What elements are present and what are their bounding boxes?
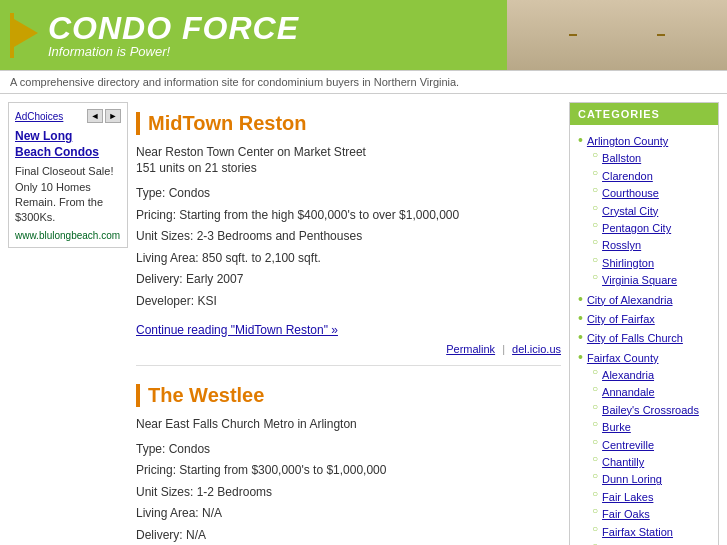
category-item-14[interactable]: ○Annandale [578, 384, 710, 401]
cat-label: Alexandria [602, 368, 654, 383]
right-sidebar: CATEGORIES •Arlington County○Ballston○Cl… [569, 102, 719, 545]
listing-details-2: Type: Condos Pricing: Starting from $300… [136, 439, 561, 545]
circle-icon: ○ [592, 203, 598, 213]
circle-icon: ○ [592, 419, 598, 429]
category-item-18[interactable]: ○Chantilly [578, 454, 710, 471]
bullet-icon: • [578, 133, 583, 147]
listing-footer-1: Permalink | del.icio.us [136, 343, 561, 355]
circle-icon: ○ [592, 541, 598, 545]
bullet-icon: • [578, 311, 583, 325]
circle-icon: ○ [592, 524, 598, 534]
category-item-1[interactable]: ○Ballston [578, 150, 710, 167]
logo-subtitle: Information is Power! [48, 44, 299, 59]
listing-westlee: The Westlee Near East Falls Church Metro… [136, 374, 561, 545]
circle-icon: ○ [592, 489, 598, 499]
categories-list: •Arlington County○Ballston○Clarendon○Cou… [570, 125, 718, 545]
circle-icon: ○ [592, 402, 598, 412]
delicious-1[interactable]: del.icio.us [512, 343, 561, 355]
bullet-icon: • [578, 292, 583, 306]
cat-label: City of Alexandria [587, 293, 673, 308]
circle-icon: ○ [592, 237, 598, 247]
category-item-10[interactable]: •City of Fairfax [578, 311, 710, 328]
cat-label: City of Falls Church [587, 331, 683, 346]
category-item-6[interactable]: ○Rosslyn [578, 237, 710, 254]
circle-icon: ○ [592, 367, 598, 377]
category-item-21[interactable]: ○Fair Oaks [578, 506, 710, 523]
category-item-16[interactable]: ○Burke [578, 419, 710, 436]
permalink-1[interactable]: Permalink [446, 343, 495, 355]
cat-label: Shirlington [602, 256, 654, 271]
ad-next-button[interactable]: ► [105, 109, 121, 123]
circle-icon: ○ [592, 454, 598, 464]
category-item-19[interactable]: ○Dunn Loring [578, 471, 710, 488]
cat-label: City of Fairfax [587, 312, 655, 327]
logo-title: CONDO FORCE [48, 12, 299, 44]
category-item-23[interactable]: ○Falls Church [578, 541, 710, 545]
ad-prev-button[interactable]: ◄ [87, 109, 103, 123]
bullet-icon: • [578, 350, 583, 364]
listing-midtown-reston: MidTown Reston Near Reston Town Center o… [136, 102, 561, 366]
category-item-12[interactable]: •Fairfax County [578, 350, 710, 367]
category-item-4[interactable]: ○Crystal City [578, 203, 710, 220]
circle-icon: ○ [592, 384, 598, 394]
category-item-13[interactable]: ○Alexandria [578, 367, 710, 384]
ad-body: Final Closeout Sale! Only 10 Homes Remai… [15, 164, 121, 226]
listing-subtitle-2: Near East Falls Church Metro in Arlingto… [136, 417, 561, 431]
categories-header: CATEGORIES [570, 103, 718, 125]
cat-label: Dunn Loring [602, 472, 662, 487]
ad-url[interactable]: www.blulongbeach.com [15, 230, 121, 241]
circle-icon: ○ [592, 168, 598, 178]
cat-label: Fair Lakes [602, 490, 653, 505]
circle-icon: ○ [592, 185, 598, 195]
circle-icon: ○ [592, 150, 598, 160]
listing-title-2[interactable]: The Westlee [136, 384, 561, 407]
category-item-20[interactable]: ○Fair Lakes [578, 489, 710, 506]
category-item-9[interactable]: •City of Alexandria [578, 292, 710, 309]
ad-choices-bar: AdChoices ◄ ► [15, 109, 121, 123]
bullet-icon: • [578, 330, 583, 344]
category-item-17[interactable]: ○Centreville [578, 437, 710, 454]
cat-label: Clarendon [602, 169, 653, 184]
cat-label: Centreville [602, 438, 654, 453]
cat-label: Crystal City [602, 204, 658, 219]
category-item-3[interactable]: ○Courthouse [578, 185, 710, 202]
category-item-0[interactable]: •Arlington County [578, 133, 710, 150]
circle-icon: ○ [592, 506, 598, 516]
cat-label: Rosslyn [602, 238, 641, 253]
main-layout: AdChoices ◄ ► New Long Beach Condos Fina… [0, 94, 727, 545]
content: MidTown Reston Near Reston Town Center o… [136, 102, 561, 545]
listing-title-1[interactable]: MidTown Reston [136, 112, 561, 135]
cat-label: Courthouse [602, 186, 659, 201]
cat-label: Virginia Square [602, 273, 677, 288]
continue-link-1[interactable]: Continue reading "MidTown Reston" » [136, 323, 338, 337]
cat-label: Burke [602, 420, 631, 435]
cat-label: Fair Oaks [602, 507, 650, 522]
listing-details-1: Type: Condos Pricing: Starting from the … [136, 183, 561, 313]
category-item-5[interactable]: ○Pentagon City [578, 220, 710, 237]
category-item-11[interactable]: •City of Falls Church [578, 330, 710, 347]
circle-icon: ○ [592, 255, 598, 265]
cat-label: Bailey's Crossroads [602, 403, 699, 418]
cat-label: Fairfax County [587, 351, 659, 366]
header-logo: CONDO FORCE Information is Power! [10, 12, 299, 59]
header-photo [507, 0, 727, 70]
cat-label: Ballston [602, 151, 641, 166]
category-item-7[interactable]: ○Shirlington [578, 255, 710, 272]
listing-subtitle2-1: 151 units on 21 stories [136, 161, 561, 175]
logo-flag-icon [10, 13, 38, 58]
tagline: A comprehensive directory and informatio… [0, 70, 727, 94]
cat-label: Annandale [602, 385, 655, 400]
category-item-8[interactable]: ○Virginia Square [578, 272, 710, 289]
cat-label: Arlington County [587, 134, 668, 149]
listing-subtitle-1: Near Reston Town Center on Market Street [136, 145, 561, 159]
circle-icon: ○ [592, 471, 598, 481]
ad-choices-label[interactable]: AdChoices [15, 111, 63, 122]
cat-label: Chantilly [602, 455, 644, 470]
circle-icon: ○ [592, 220, 598, 230]
category-item-22[interactable]: ○Fairfax Station [578, 524, 710, 541]
category-item-15[interactable]: ○Bailey's Crossroads [578, 402, 710, 419]
cat-label: Fairfax Station [602, 525, 673, 540]
category-item-2[interactable]: ○Clarendon [578, 168, 710, 185]
ad-title[interactable]: New Long Beach Condos [15, 129, 121, 160]
left-sidebar: AdChoices ◄ ► New Long Beach Condos Fina… [8, 102, 128, 248]
